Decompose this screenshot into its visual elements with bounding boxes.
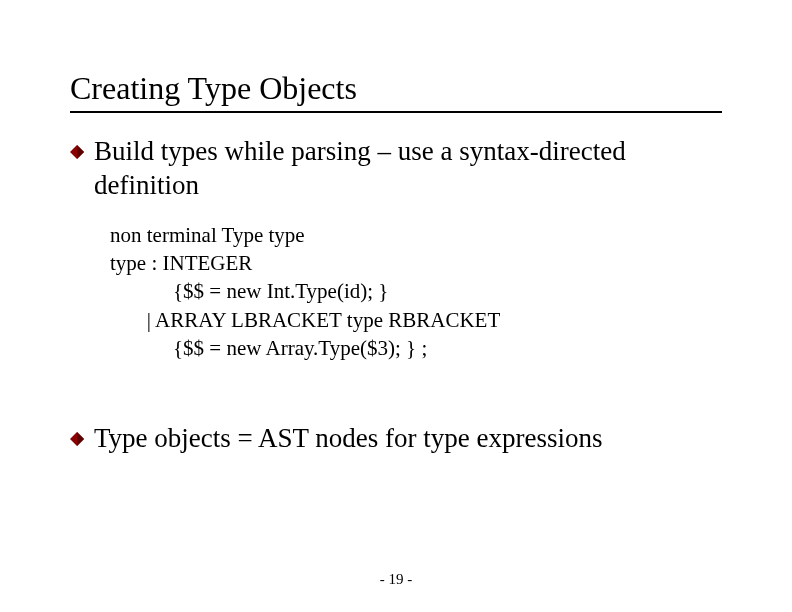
bullet-list: Type objects = AST nodes for type expres… <box>70 422 722 456</box>
bullet-item: Build types while parsing – use a syntax… <box>70 135 722 203</box>
bullet-text: Build types while parsing – use a syntax… <box>94 135 722 203</box>
code-block: non terminal Type type type : INTEGER {$… <box>110 221 722 363</box>
svg-marker-3 <box>77 432 84 446</box>
slide-title: Creating Type Objects <box>70 70 722 113</box>
diamond-bullet-icon <box>70 145 84 159</box>
svg-marker-1 <box>77 145 84 159</box>
page-number: - 19 - <box>0 571 792 588</box>
slide: Creating Type Objects Build types while … <box>0 0 792 612</box>
bullet-item: Type objects = AST nodes for type expres… <box>70 422 722 456</box>
bullet-text: Type objects = AST nodes for type expres… <box>94 422 603 456</box>
diamond-bullet-icon <box>70 432 84 446</box>
bullet-list: Build types while parsing – use a syntax… <box>70 135 722 203</box>
